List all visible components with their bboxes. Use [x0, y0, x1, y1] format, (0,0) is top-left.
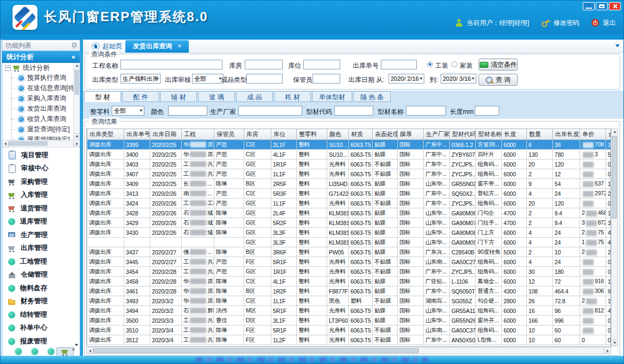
column-header-1[interactable]: 出库单号 — [124, 129, 150, 140]
table-row[interactable]: 调拨出库34282020/2/26石城陈琳G区2L4F整料KLM38176063… — [87, 208, 612, 218]
column-header-13[interactable]: 型材代码 — [450, 129, 476, 140]
material-tab-2[interactable]: 辅 材 — [160, 91, 197, 102]
column-header-7[interactable]: 整零料 — [297, 129, 327, 140]
project-name-input[interactable] — [120, 60, 222, 69]
sidebar-item-14[interactable]: 报废管理 — [2, 335, 80, 347]
sidebar-item-1[interactable]: 审核中心 — [2, 162, 80, 176]
expander-icon[interactable] — [5, 65, 11, 71]
overflow-item-icon[interactable] — [15, 348, 22, 355]
column-header-9[interactable]: 材质 — [349, 129, 373, 140]
table-row[interactable]: 调拨出库35002020/3/3工共工程曹佳D区3L1F整料LT3P606063… — [87, 316, 612, 325]
tree-horizontal-scrollbar[interactable] — [2, 140, 80, 148]
order-no-input[interactable] — [381, 60, 417, 69]
search-button[interactable]: 查 询 — [479, 74, 518, 86]
column-header-16[interactable]: 数量 — [527, 129, 553, 140]
profile-code-input[interactable] — [334, 106, 373, 116]
scroll-thumb[interactable] — [9, 141, 48, 146]
sidebar-item-4[interactable]: 退货管理 — [2, 202, 80, 215]
table-row[interactable]: 调拨出库34582020/2/28华原...陈琳C区4L1F整料光身料6063-… — [87, 277, 612, 286]
material-tab-6[interactable]: 单体型材 — [312, 91, 352, 102]
scroll-right-icon[interactable] — [73, 141, 80, 147]
tree-item-4[interactable]: 收货入库查询 — [11, 114, 80, 124]
column-header-5[interactable]: 库房 — [244, 129, 271, 140]
audit-select[interactable]: 全部 — [192, 74, 224, 84]
tree-root-stats[interactable]: 统计分析 — [2, 63, 80, 73]
grid-horizontal-scrollbar[interactable] — [86, 347, 611, 354]
stats-section-header[interactable]: 统计分析 « — [2, 51, 80, 63]
sidebar-item-7[interactable]: 出库管理 — [2, 242, 80, 256]
radio-work-label[interactable]: 工装 — [435, 61, 448, 71]
column-header-10[interactable]: 表面处理 — [373, 129, 398, 140]
material-tab-4[interactable]: 成 品 — [236, 91, 273, 102]
collapse-icon[interactable]: « — [72, 51, 75, 63]
scroll-thumb[interactable] — [74, 70, 79, 95]
column-header-15[interactable]: 长度 — [502, 129, 527, 140]
table-row[interactable]: 调拨出库35102020/3/4工共工程陈琳F区5R1F整料光身料6063-T5… — [87, 325, 612, 335]
column-header-8[interactable]: 颜色 — [327, 129, 349, 140]
more-items-button[interactable]: » — [72, 347, 78, 352]
column-header-18[interactable]: 单价 — [580, 129, 606, 140]
radio-home-decoration[interactable] — [451, 61, 457, 67]
table-row[interactable]: 调拨出库34542020/2/28工共工程严思G区1R1F整料光身料6063-T… — [87, 267, 612, 277]
column-header-3[interactable]: 工程 — [182, 129, 214, 140]
column-header-12[interactable]: 生产厂家 — [424, 129, 450, 140]
minimize-button[interactable] — [583, 2, 595, 10]
sidebar-item-8[interactable]: 工地管理 — [2, 255, 80, 269]
table-row[interactable]: 调拨出库34452020/2/27工共工程严思F区5R1F整料光身料6063-T… — [87, 257, 612, 267]
date-to-select[interactable]: 2020/ 3/16 — [441, 74, 476, 84]
whole-part-select[interactable]: 全部 — [112, 106, 144, 116]
column-header-14[interactable]: 型材名称 — [476, 129, 502, 140]
material-tab-0[interactable]: 型 材 — [84, 91, 121, 102]
material-tab-7[interactable]: 隔 热 条 — [353, 91, 391, 102]
sidebar-item-13[interactable]: 补单中心 — [2, 322, 80, 335]
table-row[interactable]: 调拨出库34302020/2/26石城陈琳G区3L3F整料KLM38176063… — [87, 228, 612, 238]
profile-name-input[interactable] — [406, 106, 446, 116]
grid-vertical-scrollbar[interactable] — [611, 129, 618, 347]
table-row[interactable]: 调拨出库34372020/2/27佛...陈琳B区3R6F整料PW056063-… — [87, 247, 612, 257]
sidebar-item-6[interactable]: 生产管理 — [2, 228, 80, 242]
product-type-input[interactable] — [246, 74, 283, 84]
table-row[interactable]: 调拨出库34002020/2/25华原...严思C区4L1F整料SU10...6… — [87, 150, 612, 159]
sidebar-item-0[interactable]: 项目管理 — [2, 149, 80, 162]
column-header-19[interactable]: 金额 — [606, 129, 612, 140]
material-tab-5[interactable]: 耗 材 — [274, 91, 311, 102]
clear-conditions-button[interactable]: 清空条件 — [479, 59, 518, 71]
close-button[interactable] — [609, 2, 621, 10]
scroll-thumb[interactable] — [93, 348, 419, 353]
table-row[interactable]: 调拨出库34942020/3/2石辉城汤伟M区5R1F整料光身料6063-T5贴… — [87, 306, 612, 316]
table-row[interactable]: 调拨出库35122020/3/4工共工程陈琳F区1L2F整料光身料6063-T5… — [87, 335, 612, 345]
close-tab-icon[interactable] — [177, 43, 183, 50]
table-row[interactable]: 调拨出库34932020/3/2华原...陈琳C区1L1F整料黑色塑料不贴膜国标… — [87, 296, 612, 306]
scroll-down-icon[interactable] — [612, 340, 617, 346]
scroll-left-icon[interactable] — [2, 141, 9, 147]
sidebar-item-2[interactable]: 采购管理 — [2, 175, 80, 189]
overflow-item-icon[interactable] — [31, 348, 38, 355]
radio-work-decoration[interactable] — [427, 61, 433, 67]
color-input[interactable] — [168, 106, 207, 116]
maximize-button[interactable] — [596, 2, 608, 10]
warehouse-input[interactable] — [245, 60, 283, 69]
pin-icon[interactable] — [71, 42, 77, 49]
table-row[interactable]: 调拨出库33992020/2/25华原...严思C区2L1F整料SU10...6… — [87, 140, 612, 150]
sidebar-item-3[interactable]: 入库管理 — [2, 189, 80, 202]
radio-home-label[interactable]: 家装 — [460, 61, 473, 71]
table-row[interactable]: 调拨出库34132020/2/26南...严思C区5R3F整料G71422606… — [87, 189, 612, 199]
tree-item-3[interactable]: 发货出库查询 — [11, 104, 80, 114]
column-header-0[interactable]: 出库类型 — [87, 129, 124, 140]
column-header-17[interactable]: 出库长度 — [553, 129, 580, 140]
tree-item-5[interactable]: 退货查询[待定] — [11, 124, 80, 135]
material-tab-1[interactable]: 配 件 — [122, 91, 159, 102]
tree-item-0[interactable]: 预算执行查询 — [11, 73, 80, 83]
column-header-6[interactable]: 库位 — [271, 129, 297, 140]
scroll-thumb[interactable] — [612, 136, 617, 219]
keeper-input[interactable] — [313, 74, 340, 84]
table-row[interactable]: 调拨出库34072020/2/25工共工程严思G区1L1F整料光身料6063-T… — [87, 169, 612, 179]
logout-button[interactable]: 退出 — [603, 18, 616, 28]
tree-item-1[interactable]: 在途信息查询[待 — [11, 83, 80, 93]
column-header-4[interactable]: 保管员 — [214, 129, 244, 140]
table-row[interactable]: 调拨出库34242020/2/26工工程严思G区1L1F整料光身料6063-T5… — [87, 199, 612, 208]
overflow-item-icon[interactable] — [48, 348, 54, 355]
table-row[interactable]: 调拨出库34092020/2/25长...陈琳B区2R5F整料LI35HD606… — [87, 179, 612, 189]
sidebar-item-12[interactable]: 结转管理 — [2, 308, 80, 322]
tab-list-dropdown-icon[interactable] — [615, 44, 620, 47]
